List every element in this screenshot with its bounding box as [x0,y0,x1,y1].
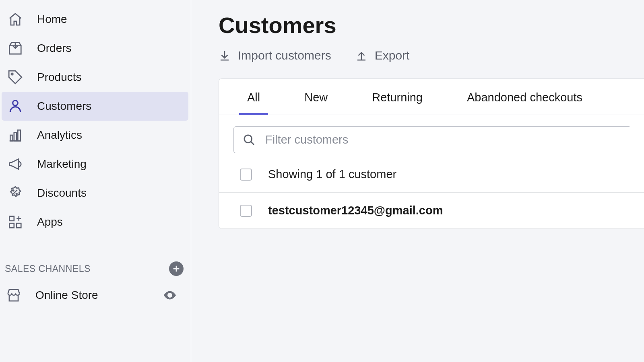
discount-icon [7,185,23,201]
svg-rect-4 [14,133,17,141]
row-checkbox[interactable] [240,205,252,217]
tabs: All New Returning Abandoned checkouts [219,79,644,115]
tab-abandoned[interactable]: Abandoned checkouts [463,79,586,115]
sidebar-item-home[interactable]: Home [2,5,188,34]
sidebar-item-apps[interactable]: Apps [2,208,188,237]
list-header-row: Showing 1 of 1 customer [219,156,644,193]
page-title: Customers [219,12,644,38]
sidebar-item-marketing[interactable]: Marketing [2,150,188,179]
sidebar: Home Orders Products Customers Analytics… [0,0,191,362]
sidebar-item-label: Marketing [37,158,87,171]
svg-rect-3 [10,135,12,141]
home-icon [7,11,23,27]
svg-rect-10 [17,223,21,228]
sidebar-item-orders[interactable]: Orders [2,34,188,63]
import-icon [219,49,231,62]
svg-point-11 [169,294,171,296]
main-content: Customers Import customers Export All Ne… [191,0,644,362]
sidebar-item-customers[interactable]: Customers [2,92,188,121]
svg-rect-8 [10,216,14,221]
svg-point-2 [13,101,18,106]
tab-returning[interactable]: Returning [368,79,427,115]
customers-card: All New Returning Abandoned checkouts Sh… [219,78,644,229]
sidebar-item-label: Customers [37,100,91,113]
search-icon [243,134,256,146]
customer-email: testcustomer12345@gmail.com [268,204,443,217]
tab-all[interactable]: All [243,79,264,115]
svg-point-12 [244,135,252,143]
sidebar-item-products[interactable]: Products [2,63,188,92]
channel-online-store[interactable]: Online Store [0,281,191,310]
showing-count: Showing 1 of 1 customer [268,168,396,181]
filter-row [219,115,644,156]
filter-input[interactable] [265,133,621,146]
sales-channels-header: SALES CHANNELS [0,257,191,281]
sidebar-item-label: Apps [37,216,63,228]
sidebar-item-label: Analytics [37,129,82,142]
sidebar-item-analytics[interactable]: Analytics [2,121,188,150]
svg-point-1 [11,73,13,75]
store-icon [6,287,22,303]
apps-icon [7,214,23,230]
select-all-checkbox[interactable] [240,169,252,181]
sidebar-item-label: Products [37,71,82,84]
sidebar-item-discounts[interactable]: Discounts [2,179,188,208]
svg-rect-9 [10,223,14,228]
export-icon [355,49,367,62]
add-channel-button[interactable] [169,261,184,276]
import-customers-button[interactable]: Import customers [219,49,331,62]
tab-new[interactable]: New [300,79,332,115]
tag-icon [7,69,23,85]
export-label: Export [375,49,410,62]
customer-icon [7,98,23,114]
analytics-icon [7,127,23,143]
svg-rect-5 [18,130,20,141]
export-button[interactable]: Export [355,49,410,62]
channel-label: Online Store [35,289,98,302]
svg-point-6 [13,190,14,191]
orders-icon [7,40,23,56]
filter-input-wrapper[interactable] [233,126,630,153]
sales-channels-label: SALES CHANNELS [5,263,91,274]
megaphone-icon [7,156,23,172]
import-label: Import customers [238,49,331,62]
sidebar-item-label: Orders [37,42,72,55]
sidebar-item-label: Home [37,13,67,26]
svg-point-7 [16,193,17,194]
customer-row[interactable]: testcustomer12345@gmail.com [219,193,644,228]
action-bar: Import customers Export [219,49,644,62]
view-store-icon[interactable] [163,288,177,302]
sidebar-item-label: Discounts [37,187,87,200]
